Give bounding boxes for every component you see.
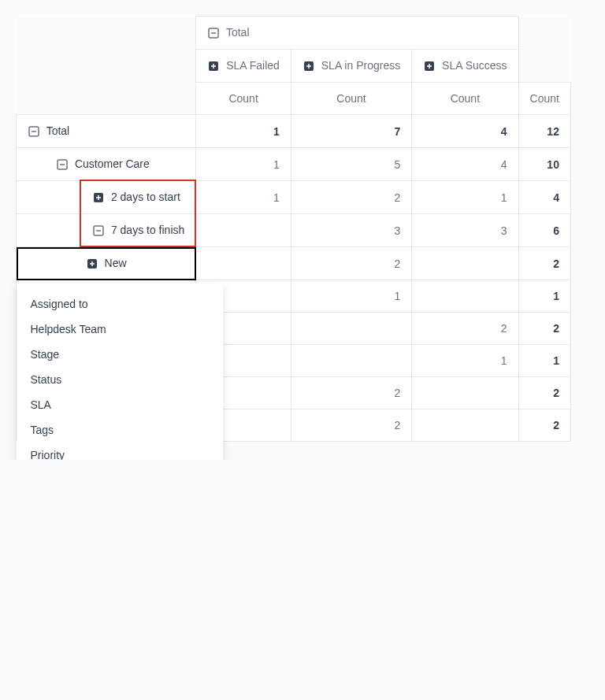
row-customer-care-label-cell[interactable]: Customer Care xyxy=(17,148,196,181)
col-sla-success[interactable]: SLA Success xyxy=(412,50,518,83)
cell[interactable]: 2 xyxy=(291,247,411,280)
cell[interactable]: 1 xyxy=(412,181,518,214)
cell[interactable]: 4 xyxy=(412,148,518,181)
count-header[interactable]: Count xyxy=(291,83,411,115)
cell[interactable]: 2 xyxy=(291,377,411,409)
cell[interactable]: 2 xyxy=(518,247,570,280)
cell[interactable]: 1 xyxy=(196,181,291,214)
cell[interactable]: 7 xyxy=(291,115,411,148)
col-total-header[interactable]: Total xyxy=(196,17,518,50)
expand-icon xyxy=(423,60,436,72)
collapse-icon xyxy=(56,158,69,171)
cell[interactable]: 2 xyxy=(291,181,411,214)
cell[interactable] xyxy=(291,345,411,377)
row-customer-care-label: Customer Care xyxy=(75,157,150,170)
cell[interactable]: 2 xyxy=(518,377,570,409)
cell[interactable] xyxy=(291,313,411,345)
groupby-dropdown: Assigned to Helpdesk Team Stage Status S… xyxy=(17,283,223,461)
row-new-label: New xyxy=(105,257,127,269)
cell[interactable]: 3 xyxy=(291,214,411,247)
row-new-label-cell[interactable]: New xyxy=(17,247,196,280)
cell[interactable]: 1 xyxy=(518,345,570,377)
count-header[interactable]: Count xyxy=(518,83,570,115)
count-header[interactable]: Count xyxy=(412,83,518,115)
row-total-label-cell[interactable]: Total xyxy=(17,115,196,148)
col-sla-failed-label: SLA Failed xyxy=(226,59,280,72)
dropdown-item-tags[interactable]: Tags xyxy=(17,417,223,443)
cell[interactable]: 1 xyxy=(196,148,291,181)
cell[interactable]: 4 xyxy=(518,181,570,214)
col-sla-in-progress-label: SLA in Progress xyxy=(321,59,400,72)
col-sla-in-progress[interactable]: SLA in Progress xyxy=(291,50,411,83)
row-7-days-to-finish: 7 days to finish 3 3 6 xyxy=(17,214,571,247)
cell[interactable]: 5 xyxy=(291,148,411,181)
collapse-icon xyxy=(207,27,220,39)
row-total-label: Total xyxy=(46,124,70,137)
collapse-icon xyxy=(28,125,40,138)
cell[interactable]: 1 xyxy=(412,345,518,377)
count-header[interactable]: Count xyxy=(196,83,291,115)
row-new: New 2 2 xyxy=(17,247,571,280)
pivot-wrapper: Total SLA Failed SLA in Progress SLA Suc… xyxy=(16,16,571,442)
expand-icon xyxy=(92,191,105,204)
row-customer-care: Customer Care 1 5 4 10 xyxy=(17,148,571,181)
cell[interactable] xyxy=(196,247,291,280)
row-2days-label-cell[interactable]: 2 days to start xyxy=(17,181,196,214)
dropdown-item-priority[interactable]: Priority xyxy=(17,443,223,461)
cell[interactable]: 4 xyxy=(412,115,518,148)
row-2-days-to-start: 2 days to start 1 2 1 4 xyxy=(17,181,571,214)
cell[interactable]: 2 xyxy=(518,409,570,442)
cell[interactable]: 10 xyxy=(518,148,570,181)
expand-icon xyxy=(86,257,98,270)
row-total: Total 1 7 4 12 xyxy=(17,115,571,148)
cell[interactable]: 2 xyxy=(291,409,411,442)
expand-icon xyxy=(207,60,220,72)
col-sla-failed[interactable]: SLA Failed xyxy=(196,50,291,83)
cell[interactable]: 2 xyxy=(412,313,518,345)
cell[interactable]: 3 xyxy=(412,214,518,247)
dropdown-item-stage[interactable]: Stage xyxy=(17,342,223,367)
cell[interactable] xyxy=(412,409,518,442)
expand-icon xyxy=(302,60,315,72)
row-2days-label: 2 days to start xyxy=(111,191,180,203)
cell[interactable]: 1 xyxy=(291,280,411,313)
dropdown-item-sla[interactable]: SLA xyxy=(17,392,223,417)
col-sla-success-label: SLA Success xyxy=(442,59,507,72)
dropdown-item-helpdesk-team[interactable]: Helpdesk Team xyxy=(17,317,223,342)
cell[interactable]: 6 xyxy=(518,214,570,247)
row-7days-label-cell[interactable]: 7 days to finish xyxy=(17,214,196,247)
dropdown-item-assigned-to[interactable]: Assigned to xyxy=(17,291,223,317)
cell[interactable] xyxy=(196,214,291,247)
col-total-label: Total xyxy=(226,26,250,39)
cell[interactable]: 1 xyxy=(196,115,291,148)
row-7days-label: 7 days to finish xyxy=(111,224,184,236)
cell[interactable] xyxy=(412,377,518,409)
cell[interactable] xyxy=(412,247,518,280)
cell[interactable]: 2 xyxy=(518,313,570,345)
cell[interactable]: 1 xyxy=(518,280,570,313)
cell[interactable]: 12 xyxy=(518,115,570,148)
collapse-icon xyxy=(92,224,105,237)
cell[interactable] xyxy=(412,280,518,313)
dropdown-item-status[interactable]: Status xyxy=(17,367,223,392)
